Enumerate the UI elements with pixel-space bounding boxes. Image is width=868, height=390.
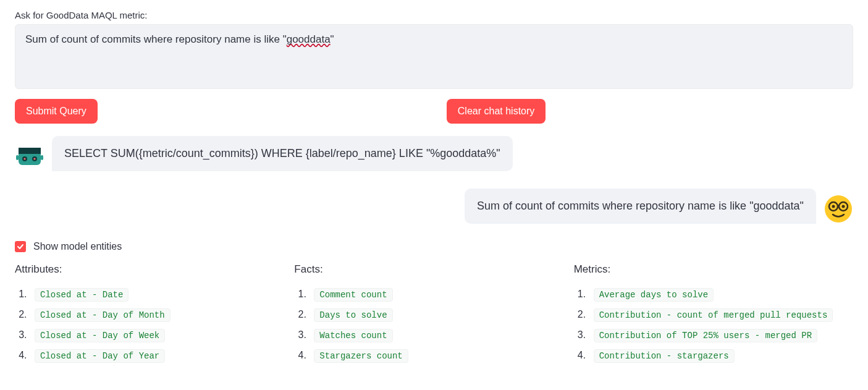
list-item: Closed at - Day of Week bbox=[30, 329, 294, 342]
show-entities-label[interactable]: Show model entities bbox=[33, 241, 122, 252]
svg-rect-1 bbox=[19, 148, 41, 154]
attributes-list: Closed at - Date Closed at - Day of Mont… bbox=[15, 288, 294, 363]
list-item: Closed at - Day of Month bbox=[30, 308, 294, 322]
list-item: Contribution of TOP 25% users - merged P… bbox=[589, 329, 853, 342]
list-item: Average days to solve bbox=[589, 288, 853, 302]
clear-history-button[interactable]: Clear chat history bbox=[447, 99, 546, 124]
user-avatar-icon bbox=[824, 194, 853, 224]
code-chip: Average days to solve bbox=[594, 288, 714, 302]
user-message-bubble: Sum of count of commits where repository… bbox=[465, 189, 816, 224]
chat-message-user: Sum of count of commits where repository… bbox=[15, 189, 853, 224]
list-item: Closed at - Date bbox=[30, 288, 294, 302]
facts-column: Facts: Comment count Days to solve Watch… bbox=[294, 263, 573, 370]
submit-query-button[interactable]: Submit Query bbox=[15, 99, 98, 124]
list-item: Watches count bbox=[309, 329, 573, 342]
chat-area: SELECT SUM({metric/count_commits}) WHERE… bbox=[15, 136, 853, 224]
code-chip: Closed at - Day of Year bbox=[35, 349, 165, 363]
chat-message-bot: SELECT SUM({metric/count_commits}) WHERE… bbox=[15, 136, 853, 171]
code-chip: Stargazers count bbox=[314, 349, 408, 363]
attributes-column: Attributes: Closed at - Date Closed at -… bbox=[15, 263, 294, 370]
show-entities-checkbox[interactable] bbox=[15, 241, 26, 252]
list-item: Contribution - count of merged pull requ… bbox=[589, 308, 853, 322]
svg-point-13 bbox=[842, 205, 845, 208]
prompt-label: Ask for GoodData MAQL metric: bbox=[15, 10, 853, 20]
svg-rect-7 bbox=[41, 155, 43, 160]
list-item: Closed at - Day of Year bbox=[30, 349, 294, 363]
code-chip: Contribution - stargazers bbox=[594, 349, 735, 363]
code-chip: Comment count bbox=[314, 288, 392, 302]
bot-message-bubble: SELECT SUM({metric/count_commits}) WHERE… bbox=[52, 136, 513, 171]
button-row: Submit Query Clear chat history bbox=[15, 99, 853, 124]
query-textarea[interactable]: Sum of count of commits where repository… bbox=[15, 24, 853, 89]
code-chip: Closed at - Day of Month bbox=[35, 308, 171, 322]
list-item: Days to solve bbox=[309, 308, 573, 322]
svg-point-5 bbox=[33, 158, 35, 159]
facts-list: Comment count Days to solve Watches coun… bbox=[294, 288, 573, 363]
code-chip: Contribution of TOP 25% users - merged P… bbox=[594, 329, 817, 342]
code-chip: Watches count bbox=[314, 329, 392, 342]
svg-point-4 bbox=[23, 158, 25, 159]
code-chip: Closed at - Day of Week bbox=[35, 329, 165, 342]
metrics-heading: Metrics: bbox=[574, 263, 853, 276]
metrics-list: Average days to solve Contribution - cou… bbox=[574, 288, 853, 363]
show-entities-row: Show model entities bbox=[15, 241, 853, 252]
bot-avatar-icon bbox=[15, 142, 44, 171]
list-item: Comment count bbox=[309, 288, 573, 302]
code-chip: Closed at - Date bbox=[35, 288, 129, 302]
svg-rect-6 bbox=[16, 155, 19, 160]
list-item: Stargazers count bbox=[309, 349, 573, 363]
list-item: Contribution - stargazers bbox=[589, 349, 853, 363]
metrics-column: Metrics: Average days to solve Contribut… bbox=[574, 263, 853, 370]
entity-columns: Attributes: Closed at - Date Closed at -… bbox=[15, 263, 853, 370]
code-chip: Days to solve bbox=[314, 308, 392, 322]
svg-point-12 bbox=[832, 205, 835, 208]
attributes-heading: Attributes: bbox=[15, 263, 294, 276]
facts-heading: Facts: bbox=[294, 263, 573, 276]
svg-point-8 bbox=[825, 195, 852, 223]
code-chip: Contribution - count of merged pull requ… bbox=[594, 308, 833, 322]
